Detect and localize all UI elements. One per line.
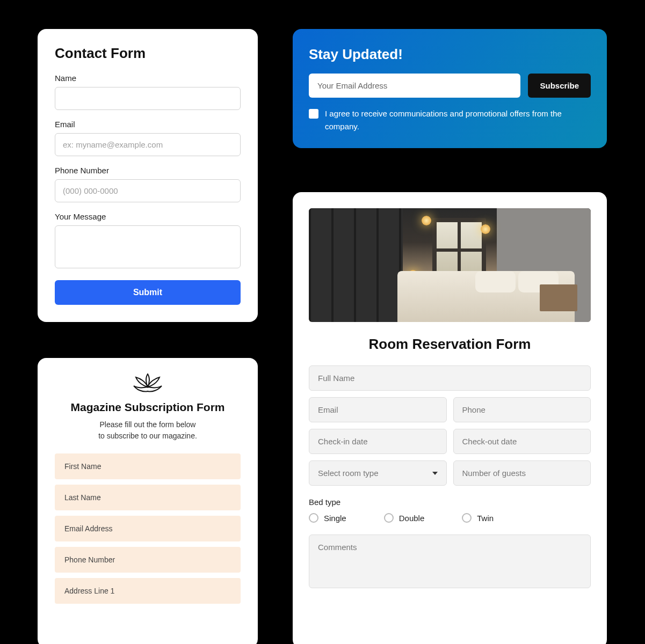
radio-icon [309, 513, 318, 523]
room-reservation-card: Room Reservation Form Full Name Email Ph… [293, 192, 607, 644]
room-email-input[interactable]: Email [309, 397, 447, 422]
room-hero-image [309, 208, 591, 322]
room-title: Room Reservation Form [309, 336, 591, 353]
name-input[interactable] [55, 87, 241, 110]
address-line-1-input[interactable]: Address Line 1 [55, 578, 241, 604]
bed-single-radio[interactable]: Single [309, 513, 346, 523]
radio-icon [462, 513, 472, 523]
newsletter-card: Stay Updated! Subscribe I agree to recei… [293, 29, 607, 148]
first-name-input[interactable]: First Name [55, 453, 241, 479]
message-textarea[interactable] [55, 225, 241, 268]
email-label: Email [55, 120, 241, 129]
email-address-input[interactable]: Email Address [55, 516, 241, 541]
magazine-title: Magazine Subscription Form [55, 401, 241, 414]
email-input[interactable] [55, 133, 241, 156]
contact-form-title: Contact Form [55, 45, 241, 62]
full-name-input[interactable]: Full Name [309, 365, 591, 391]
checkout-input[interactable]: Check-out date [453, 429, 591, 454]
message-label: Your Message [55, 212, 241, 221]
checkin-input[interactable]: Check-in date [309, 429, 447, 454]
consent-text: I agree to receive communications and pr… [325, 107, 591, 133]
last-name-input[interactable]: Last Name [55, 485, 241, 510]
subscribe-button[interactable]: Subscribe [528, 74, 591, 98]
contact-form-card: Contact Form Name Email Phone Number You… [38, 29, 258, 322]
guests-input[interactable]: Number of guests [453, 460, 591, 486]
magazine-subtitle: Please fill out the form below to subscr… [55, 419, 241, 442]
magazine-card: Magazine Subscription Form Please fill o… [38, 358, 258, 644]
bed-double-radio[interactable]: Double [384, 513, 425, 523]
room-phone-input[interactable]: Phone [453, 397, 591, 422]
phone-label: Phone Number [55, 166, 241, 175]
radio-icon [384, 513, 394, 523]
chevron-down-icon [432, 472, 438, 475]
lotus-icon [55, 371, 241, 396]
consent-checkbox[interactable] [309, 109, 318, 119]
room-type-select[interactable]: Select room type [309, 460, 447, 486]
submit-button[interactable]: Submit [55, 280, 241, 305]
bed-twin-radio[interactable]: Twin [462, 513, 494, 523]
bed-type-label: Bed type [309, 497, 591, 507]
comments-textarea[interactable]: Comments [309, 535, 591, 588]
phone-input[interactable] [55, 179, 241, 202]
phone-number-input[interactable]: Phone Number [55, 547, 241, 573]
room-type-label: Select room type [318, 469, 379, 478]
newsletter-title: Stay Updated! [309, 46, 591, 63]
name-label: Name [55, 74, 241, 83]
newsletter-email-input[interactable] [309, 74, 520, 98]
